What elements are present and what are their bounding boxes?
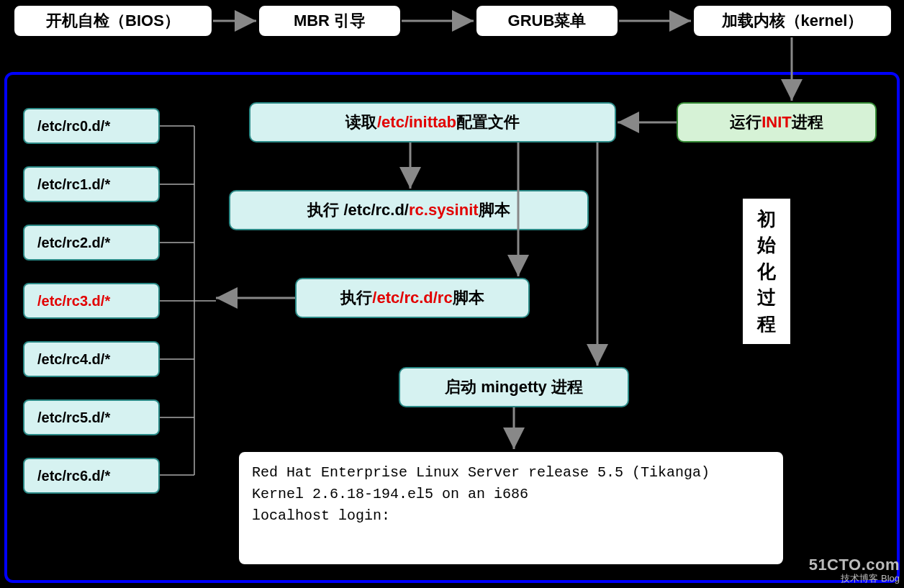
grub-label: GRUB菜单 (508, 10, 587, 32)
rc-level-4: /etc/rc4.d/* (23, 341, 160, 377)
rc-prefix: 执行 (340, 287, 372, 309)
mingetty-box: 启动 mingetty 进程 (399, 367, 629, 407)
rc-level-1: /etc/rc1.d/* (23, 166, 160, 202)
terminal-line1: Red Hat Enterprise Linux Server release … (252, 462, 770, 484)
kernel-box: 加载内核（kernel） (692, 4, 892, 37)
terminal-box: Red Hat Enterprise Linux Server release … (238, 451, 785, 566)
rc-script-box: 执行 /etc/rc.d/rc 脚本 (295, 278, 530, 318)
watermark-small: 技术博客 Blog (809, 574, 900, 584)
init-prefix: 运行 (730, 112, 761, 133)
mbr-label: MBR 引导 (294, 10, 366, 32)
rc-level-3: /etc/rc3.d/* (23, 283, 160, 319)
sysinit-box: 执行 /etc/rc.d/ rc.sysinit 脚本 (229, 190, 589, 230)
bios-box: 开机自检（BIOS） (13, 4, 213, 37)
watermark: 51CTO.com 技术博客 Blog (809, 556, 900, 584)
rc-level-2: /etc/rc2.d/* (23, 225, 160, 261)
rc-level-label-6: /etc/rc6.d/* (37, 468, 110, 484)
rc-level-label-4: /etc/rc4.d/* (37, 351, 110, 368)
mingetty-label: 启动 mingetty 进程 (445, 376, 583, 398)
rc-suffix: 脚本 (453, 287, 484, 309)
bios-label: 开机自检（BIOS） (46, 10, 180, 32)
sysinit-highlight: rc.sysinit (409, 201, 479, 220)
terminal-line4: localhost login: (252, 505, 770, 527)
init-highlight: INIT (761, 113, 792, 132)
mbr-box: MBR 引导 (258, 4, 402, 37)
kernel-label: 加载内核（kernel） (722, 10, 864, 32)
side-label-text: 初始化过程 (751, 206, 782, 337)
inittab-highlight: /etc/inittab (377, 113, 456, 132)
inittab-prefix: 读取 (345, 112, 377, 133)
rc-level-5: /etc/rc5.d/* (23, 399, 160, 435)
init-suffix: 进程 (792, 112, 823, 133)
grub-box: GRUB菜单 (475, 4, 619, 37)
rc-level-6: /etc/rc6.d/* (23, 458, 160, 494)
rc-level-label-2: /etc/rc2.d/* (37, 235, 110, 251)
inittab-box: 读取 /etc/inittab 配置文件 (249, 102, 616, 143)
rc-level-0: /etc/rc0.d/* (23, 108, 160, 144)
sysinit-suffix: 脚本 (479, 199, 510, 221)
watermark-big: 51CTO.com (809, 556, 900, 574)
inittab-suffix: 配置文件 (456, 112, 520, 133)
sysinit-prefix: 执行 /etc/rc.d/ (307, 199, 409, 221)
rc-level-label-3: /etc/rc3.d/* (37, 293, 110, 309)
init-box: 运行 INIT 进程 (677, 102, 877, 143)
rc-level-label-5: /etc/rc5.d/* (37, 410, 110, 426)
rc-level-label-0: /etc/rc0.d/* (37, 118, 110, 135)
rc-level-label-1: /etc/rc1.d/* (37, 176, 110, 193)
rc-highlight: /etc/rc.d/rc (372, 289, 452, 307)
side-label: 初始化过程 (743, 199, 790, 344)
terminal-line2: Kernel 2.6.18-194.el5 on an i686 (252, 484, 770, 505)
